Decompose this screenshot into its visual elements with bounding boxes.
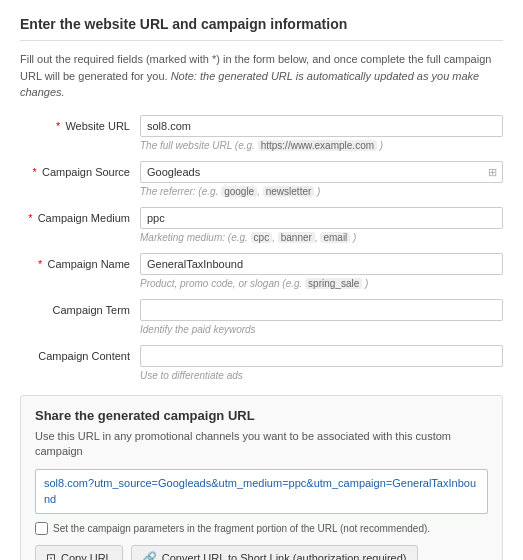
campaign-content-field-wrap: Use to differentiate ads bbox=[140, 345, 503, 381]
campaign-medium-hint: Marketing medium: (e.g. cpc, banner, ema… bbox=[140, 232, 503, 243]
fragment-checkbox-row: Set the campaign parameters in the fragm… bbox=[35, 522, 488, 535]
grid-icon: ⊞ bbox=[488, 165, 497, 178]
campaign-medium-label: * Campaign Medium bbox=[20, 207, 140, 224]
hint-tag-google: google bbox=[221, 186, 257, 197]
hint-tag-spring-sale: spring_sale bbox=[305, 278, 362, 289]
campaign-term-input[interactable] bbox=[140, 299, 503, 321]
hint-tag-example-url: https://www.example.com bbox=[258, 140, 377, 151]
hint-tag-newsletter: newsletter bbox=[263, 186, 315, 197]
campaign-name-label: * Campaign Name bbox=[20, 253, 140, 270]
website-url-field-wrap: The full website URL (e.g. https://www.e… bbox=[140, 115, 503, 151]
share-section: Share the generated campaign URL Use thi… bbox=[20, 395, 503, 561]
campaign-medium-row: * Campaign Medium Marketing medium: (e.g… bbox=[20, 207, 503, 243]
campaign-name-row: * Campaign Name Product, promo code, or … bbox=[20, 253, 503, 289]
campaign-source-field-wrap: ⊞ The referrer: (e.g. google, newsletter… bbox=[140, 161, 503, 197]
campaign-source-input[interactable] bbox=[140, 161, 503, 183]
share-title: Share the generated campaign URL bbox=[35, 408, 488, 423]
required-star-2: * bbox=[33, 166, 37, 178]
campaign-content-input[interactable] bbox=[140, 345, 503, 367]
campaign-content-label: Campaign Content bbox=[20, 345, 140, 362]
page-container: Enter the website URL and campaign infor… bbox=[0, 0, 523, 560]
hint-tag-email: email bbox=[320, 232, 350, 243]
page-description: Fill out the required fields (marked wit… bbox=[20, 51, 503, 101]
convert-url-button[interactable]: 🔗 Convert URL to Short Link (authorizati… bbox=[131, 545, 418, 560]
fragment-checkbox-label: Set the campaign parameters in the fragm… bbox=[53, 523, 430, 534]
campaign-medium-field-wrap: Marketing medium: (e.g. cpc, banner, ema… bbox=[140, 207, 503, 243]
share-desc: Use this URL in any promotional channels… bbox=[35, 429, 488, 460]
campaign-name-field-wrap: Product, promo code, or slogan (e.g. spr… bbox=[140, 253, 503, 289]
campaign-content-hint: Use to differentiate ads bbox=[140, 370, 503, 381]
campaign-term-label: Campaign Term bbox=[20, 299, 140, 316]
required-star: * bbox=[56, 120, 60, 132]
required-star-4: * bbox=[38, 258, 42, 270]
campaign-source-input-wrap: ⊞ bbox=[140, 161, 503, 183]
link-icon: 🔗 bbox=[142, 551, 157, 560]
campaign-source-hint: The referrer: (e.g. google, newsletter ) bbox=[140, 186, 503, 197]
website-url-row: * Website URL The full website URL (e.g.… bbox=[20, 115, 503, 151]
required-star-3: * bbox=[28, 212, 32, 224]
hint-tag-banner: banner bbox=[278, 232, 315, 243]
page-title: Enter the website URL and campaign infor… bbox=[20, 16, 503, 41]
copy-url-button[interactable]: ⊡ Copy URL bbox=[35, 545, 123, 560]
campaign-term-field-wrap: Identify the paid keywords bbox=[140, 299, 503, 335]
copy-icon: ⊡ bbox=[46, 551, 56, 560]
campaign-medium-input[interactable] bbox=[140, 207, 503, 229]
website-url-input[interactable] bbox=[140, 115, 503, 137]
campaign-content-row: Campaign Content Use to differentiate ad… bbox=[20, 345, 503, 381]
website-url-hint: The full website URL (e.g. https://www.e… bbox=[140, 140, 503, 151]
fragment-checkbox[interactable] bbox=[35, 522, 48, 535]
campaign-name-input[interactable] bbox=[140, 253, 503, 275]
website-url-label: * Website URL bbox=[20, 115, 140, 132]
campaign-source-label: * Campaign Source bbox=[20, 161, 140, 178]
campaign-source-row: * Campaign Source ⊞ The referrer: (e.g. … bbox=[20, 161, 503, 197]
button-row: ⊡ Copy URL 🔗 Convert URL to Short Link (… bbox=[35, 545, 488, 560]
campaign-term-hint: Identify the paid keywords bbox=[140, 324, 503, 335]
hint-tag-cpc: cpc bbox=[251, 232, 273, 243]
campaign-term-row: Campaign Term Identify the paid keywords bbox=[20, 299, 503, 335]
campaign-name-hint: Product, promo code, or slogan (e.g. spr… bbox=[140, 278, 503, 289]
generated-url-display: sol8.com?utm_source=Googleads&utm_medium… bbox=[35, 469, 488, 514]
